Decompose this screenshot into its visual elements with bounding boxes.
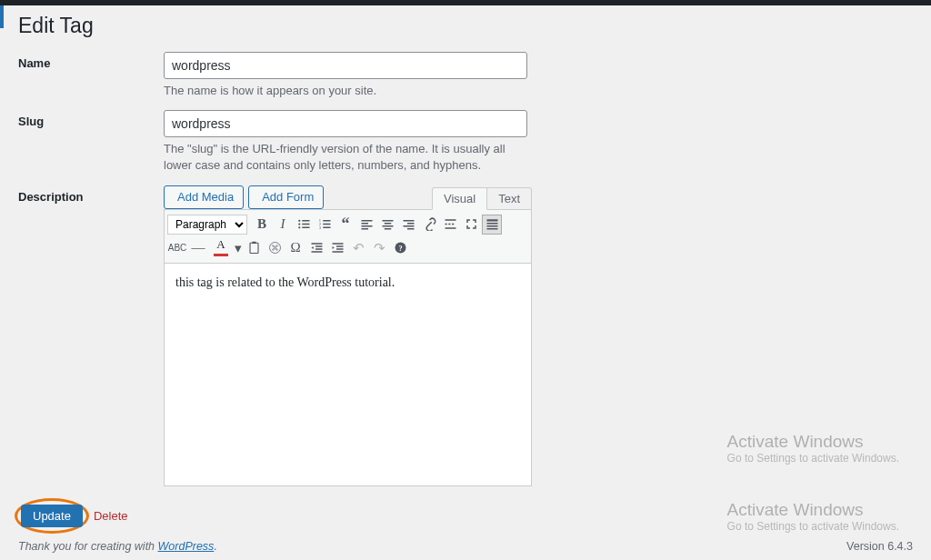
- text-color-button[interactable]: A: [209, 238, 233, 258]
- svg-rect-39: [315, 245, 323, 247]
- svg-text:3: 3: [318, 225, 321, 230]
- special-character-button[interactable]: Ω: [285, 238, 305, 258]
- svg-rect-30: [452, 224, 454, 225]
- wordpress-link[interactable]: WordPress: [158, 540, 215, 553]
- delete-link[interactable]: Delete: [94, 509, 128, 523]
- description-editor[interactable]: this tag is related to the WordPress tut…: [164, 263, 532, 486]
- svg-rect-21: [382, 225, 393, 227]
- svg-rect-22: [384, 228, 391, 230]
- svg-rect-29: [448, 224, 450, 225]
- undo-button[interactable]: ↶: [348, 238, 368, 258]
- description-label: Description: [18, 185, 164, 486]
- svg-point-3: [298, 220, 300, 222]
- paste-text-button[interactable]: [244, 238, 264, 258]
- svg-rect-36: [250, 243, 258, 253]
- paragraph-select[interactable]: Paragraph: [167, 215, 247, 235]
- svg-rect-27: [445, 219, 455, 221]
- svg-rect-18: [361, 228, 368, 230]
- svg-rect-41: [311, 251, 322, 253]
- svg-rect-28: [445, 224, 446, 225]
- svg-rect-43: [336, 245, 344, 247]
- read-more-button[interactable]: [440, 215, 460, 235]
- svg-rect-6: [302, 224, 309, 225]
- svg-rect-8: [302, 227, 309, 229]
- tab-text[interactable]: Text: [487, 187, 532, 210]
- update-button[interactable]: Update: [21, 505, 83, 527]
- svg-rect-23: [403, 220, 414, 222]
- svg-rect-40: [315, 248, 323, 250]
- align-center-button[interactable]: [377, 215, 397, 235]
- align-left-button[interactable]: [356, 215, 376, 235]
- page-title: Edit Tag: [18, 14, 913, 38]
- svg-rect-25: [403, 225, 414, 227]
- svg-text:?: ?: [398, 245, 402, 253]
- editor-toolbar: Paragraph B I 123 “: [164, 209, 532, 263]
- svg-rect-4: [302, 220, 309, 222]
- name-label: Name: [18, 52, 164, 99]
- text-color-dropdown[interactable]: ▾: [234, 238, 243, 258]
- slug-label: Slug: [18, 110, 164, 174]
- svg-rect-19: [382, 220, 393, 222]
- strikethrough-button[interactable]: ABC: [167, 238, 187, 258]
- bold-button[interactable]: B: [252, 215, 272, 235]
- svg-rect-32: [486, 219, 497, 221]
- tab-visual[interactable]: Visual: [432, 187, 487, 210]
- svg-rect-45: [332, 251, 343, 253]
- svg-rect-12: [323, 224, 330, 225]
- link-button[interactable]: [419, 215, 439, 235]
- svg-rect-10: [323, 220, 330, 222]
- add-media-label: Add Media: [177, 190, 234, 204]
- bullet-list-button[interactable]: [294, 215, 314, 235]
- toolbar-toggle-button[interactable]: [482, 215, 502, 235]
- svg-point-7: [298, 226, 300, 228]
- add-form-label: Add Form: [262, 190, 314, 204]
- name-input[interactable]: [164, 52, 527, 79]
- help-button[interactable]: ?: [390, 238, 410, 258]
- horizontal-line-button[interactable]: —: [188, 238, 208, 258]
- svg-rect-14: [323, 227, 330, 229]
- blockquote-button[interactable]: “: [335, 215, 355, 235]
- slug-input[interactable]: [164, 110, 527, 137]
- indent-button[interactable]: [327, 238, 347, 258]
- numbered-list-button[interactable]: 123: [315, 215, 335, 235]
- svg-rect-42: [332, 243, 343, 245]
- svg-rect-26: [407, 228, 415, 230]
- svg-rect-35: [486, 228, 497, 230]
- svg-rect-33: [486, 223, 497, 225]
- outdent-button[interactable]: [306, 238, 326, 258]
- redo-button[interactable]: ↷: [369, 238, 389, 258]
- svg-rect-24: [407, 223, 415, 225]
- footer-credit: Thank you for creating with WordPress.: [18, 540, 217, 553]
- svg-rect-17: [361, 225, 372, 227]
- windows-watermark: Activate Windows Go to Settings to activ…: [727, 432, 899, 465]
- add-media-button[interactable]: Add Media: [164, 185, 244, 209]
- svg-rect-16: [361, 223, 368, 225]
- clear-formatting-button[interactable]: [265, 238, 285, 258]
- fullscreen-button[interactable]: [461, 215, 481, 235]
- svg-rect-15: [361, 220, 372, 222]
- italic-button[interactable]: I: [273, 215, 293, 235]
- add-form-button[interactable]: Add Form: [248, 185, 324, 209]
- svg-rect-38: [311, 243, 322, 245]
- svg-rect-34: [486, 225, 497, 227]
- svg-point-5: [298, 223, 300, 225]
- align-right-button[interactable]: [398, 215, 418, 235]
- windows-watermark: Activate Windows Go to Settings to activ…: [727, 500, 899, 533]
- slug-help: The "slug" is the URL-friendly version o…: [164, 141, 527, 174]
- name-help: The name is how it appears on your site.: [164, 83, 527, 99]
- svg-rect-20: [384, 223, 391, 225]
- svg-rect-37: [252, 242, 256, 244]
- footer-version: Version 6.4.3: [846, 540, 913, 553]
- svg-rect-31: [445, 227, 455, 229]
- svg-rect-44: [336, 248, 344, 250]
